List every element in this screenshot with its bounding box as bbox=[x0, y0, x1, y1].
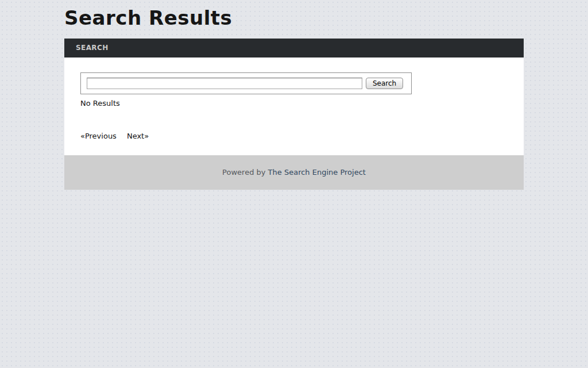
powered-by-text: Powered by bbox=[222, 168, 265, 177]
pagination: «PreviousNext» bbox=[80, 132, 524, 140]
page-title: Search Results bbox=[64, 6, 524, 30]
search-button[interactable]: Search bbox=[366, 78, 403, 89]
results-status: No Results bbox=[80, 99, 524, 108]
next-link[interactable]: Next» bbox=[127, 132, 149, 140]
search-input[interactable] bbox=[87, 78, 362, 89]
previous-link[interactable]: «Previous bbox=[80, 132, 117, 140]
search-form: Search bbox=[80, 72, 412, 94]
page: Search Results SEARCH Search No Results … bbox=[64, 0, 524, 190]
search-panel: SEARCH Search No Results «PreviousNext» … bbox=[64, 39, 524, 190]
footer-project-link[interactable]: The Search Engine Project bbox=[268, 168, 366, 177]
panel-header: SEARCH bbox=[64, 39, 524, 57]
panel-footer: Powered by The Search Engine Project bbox=[64, 155, 524, 190]
panel-body: Search No Results «PreviousNext» bbox=[64, 57, 524, 155]
panel-header-label: SEARCH bbox=[76, 44, 109, 52]
